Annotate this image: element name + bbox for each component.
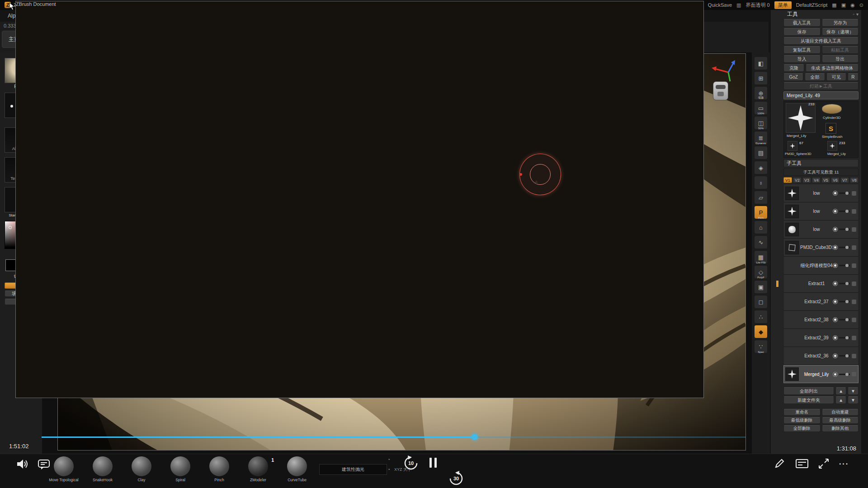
subtool-section-header[interactable]: 子工具 bbox=[783, 159, 859, 167]
subtool-row[interactable]: Merged_Lily bbox=[783, 365, 859, 383]
visibility-eye-icon[interactable] bbox=[833, 245, 838, 250]
view-option-icon[interactable]: ∵ Spec bbox=[754, 340, 768, 353]
lightbox-tool-button[interactable]: 灯箱►工具 bbox=[783, 82, 859, 90]
subtool-mini-slider[interactable] bbox=[839, 319, 850, 320]
subtool-view-tab[interactable]: V6 bbox=[831, 177, 840, 183]
visibility-eye-icon[interactable] bbox=[833, 209, 838, 214]
subtool-paint-icon[interactable] bbox=[852, 227, 856, 232]
grid-icon[interactable]: ▦ bbox=[832, 2, 836, 8]
view-option-icon[interactable]: ◆ bbox=[754, 325, 768, 338]
brush-thumbnail[interactable]: SnakeHook bbox=[83, 456, 122, 482]
goz-r-button[interactable]: R bbox=[848, 73, 859, 81]
new-folder-button[interactable]: 新建文件夹 bbox=[783, 396, 834, 404]
volume-button[interactable] bbox=[16, 459, 29, 469]
subtool-row[interactable]: Extract2_36 bbox=[783, 347, 859, 365]
video-timeline[interactable] bbox=[42, 436, 746, 438]
view-option-icon[interactable]: ▭ 100% bbox=[754, 101, 768, 115]
goz-visible-button[interactable]: 可见 bbox=[826, 73, 846, 81]
subtool-mini-slider[interactable] bbox=[839, 283, 850, 284]
subtool-mini-slider[interactable] bbox=[839, 265, 850, 266]
del-highest-button[interactable]: 最高级删除 bbox=[822, 417, 859, 424]
visibility-eye-icon[interactable] bbox=[833, 353, 838, 358]
del-lowest-button[interactable]: 最低级删除 bbox=[783, 417, 821, 424]
view-option-icon[interactable]: ∴ bbox=[754, 310, 768, 324]
view-option-icon[interactable]: ⊕ 缩放 bbox=[754, 86, 768, 100]
forward-30-button[interactable]: 30 bbox=[448, 471, 464, 486]
more-options-button[interactable]: ··· bbox=[839, 460, 849, 468]
subtool-view-tab[interactable]: V2 bbox=[793, 177, 802, 183]
subtool-row[interactable]: Extract2_37 bbox=[783, 293, 859, 311]
subtool-row[interactable]: Extract2_38 bbox=[783, 311, 859, 329]
load-from-project-button[interactable]: 从项目文件载入工具 bbox=[783, 37, 859, 45]
visibility-eye-icon[interactable] bbox=[833, 372, 838, 377]
del-other-button[interactable]: 删除其他 bbox=[822, 425, 859, 432]
visibility-eye-icon[interactable] bbox=[833, 191, 838, 196]
save-as-button[interactable]: 另存为 bbox=[822, 19, 859, 27]
subtool-paint-icon[interactable] bbox=[852, 318, 856, 322]
goz-all-button[interactable]: 全部 bbox=[805, 73, 825, 81]
goz-button[interactable]: GoZ bbox=[783, 73, 803, 81]
active-tool-name[interactable]: Merged_Lily. 49 bbox=[783, 91, 859, 99]
subtool-paint-icon[interactable] bbox=[852, 300, 856, 304]
view-option-icon[interactable]: P Pers bbox=[754, 206, 768, 219]
subtool-row[interactable]: Extract2_39 bbox=[783, 329, 859, 347]
quicksave-button[interactable]: QuickSave bbox=[708, 2, 732, 8]
view-option-icon[interactable]: ≣ Dynamic bbox=[754, 131, 768, 145]
view-option-icon[interactable]: ◧ bbox=[754, 56, 768, 70]
subtool-paint-icon[interactable] bbox=[852, 191, 856, 196]
clone-button[interactable]: 克隆 bbox=[783, 64, 804, 72]
copy-tool-button[interactable]: 复制工具 bbox=[783, 46, 821, 54]
subtool-row[interactable]: low bbox=[783, 202, 859, 221]
subtool-paint-icon[interactable] bbox=[852, 263, 856, 268]
visibility-eye-icon[interactable] bbox=[833, 317, 838, 322]
card-panel-button[interactable] bbox=[796, 459, 808, 468]
folder-up-button[interactable]: ▲ bbox=[835, 396, 846, 404]
subtool-mini-slider[interactable] bbox=[839, 337, 850, 338]
view-option-icon[interactable]: ▤ bbox=[754, 146, 768, 160]
subtool-mini-slider[interactable] bbox=[839, 211, 850, 212]
visibility-eye-icon[interactable] bbox=[833, 335, 838, 340]
subtool-row[interactable]: low bbox=[783, 221, 859, 239]
brush-thumbnail[interactable]: Clay bbox=[122, 456, 161, 482]
import-button[interactable]: 导入 bbox=[783, 55, 821, 63]
camera-head-icon[interactable] bbox=[713, 81, 728, 100]
paste-tool-button[interactable]: 粘贴工具 bbox=[822, 46, 859, 54]
subtool-paint-icon[interactable] bbox=[852, 372, 856, 376]
visibility-eye-icon[interactable] bbox=[833, 299, 838, 304]
subtool-mini-slider[interactable] bbox=[839, 355, 850, 357]
view-option-icon[interactable]: ⊞ bbox=[754, 71, 768, 85]
brush-thumbnail[interactable]: Spiral bbox=[161, 456, 200, 482]
save-button[interactable]: 保存 bbox=[783, 28, 821, 36]
subtool-row[interactable]: 细化焊缝模型04 bbox=[783, 257, 859, 275]
rewind-10-button[interactable]: 10 bbox=[403, 455, 419, 471]
subtool-view-tab[interactable]: V4 bbox=[812, 177, 821, 183]
shrink-fullscreen-button[interactable] bbox=[818, 458, 829, 469]
view-option-icon[interactable]: ◇ PolyF bbox=[754, 265, 768, 279]
subtool-view-tab[interactable]: V7 bbox=[840, 177, 849, 183]
view-option-icon[interactable]: ▱ bbox=[754, 191, 768, 204]
export-button[interactable]: 导出 bbox=[822, 55, 859, 63]
brush-thumbnail[interactable]: CurveTube bbox=[278, 456, 316, 482]
view-option-icon[interactable]: ◫ 50% bbox=[754, 116, 768, 130]
subtool-paint-icon[interactable] bbox=[852, 209, 856, 214]
zscript-label[interactable]: DefaultZScript bbox=[796, 2, 828, 8]
subtool-visible-count-slider[interactable]: 子工具可见数量 11 bbox=[783, 169, 859, 176]
move-up-button[interactable]: ▲ bbox=[835, 387, 846, 395]
subtool-mini-slider[interactable] bbox=[839, 247, 850, 248]
subtool-paint-icon[interactable] bbox=[852, 336, 856, 340]
simplebrush-thumbnail[interactable]: S bbox=[826, 123, 836, 134]
brush-thumbnail[interactable]: Pinch bbox=[200, 456, 239, 482]
folder-down-button[interactable]: ▼ bbox=[848, 396, 859, 404]
menu-button[interactable]: 菜单 bbox=[774, 1, 792, 9]
panel-icon[interactable]: ▥ bbox=[736, 2, 741, 8]
cylinder3d-thumbnail[interactable] bbox=[822, 104, 842, 114]
subtool-mini-slider[interactable] bbox=[839, 192, 850, 194]
view-option-icon[interactable]: ▦ Lite FSt bbox=[754, 250, 768, 264]
ui-opacity-label[interactable]: 界面透明 0 bbox=[745, 2, 769, 9]
palette-pin-icon[interactable]: ▫ bbox=[853, 12, 854, 17]
del-all-button[interactable]: 全部删除 bbox=[783, 425, 821, 432]
load-tool-button[interactable]: 载入工具 bbox=[783, 19, 821, 27]
danmaku-chat-button[interactable] bbox=[38, 459, 50, 470]
subtool-mini-slider[interactable] bbox=[839, 229, 850, 230]
pause-button[interactable] bbox=[429, 458, 437, 468]
